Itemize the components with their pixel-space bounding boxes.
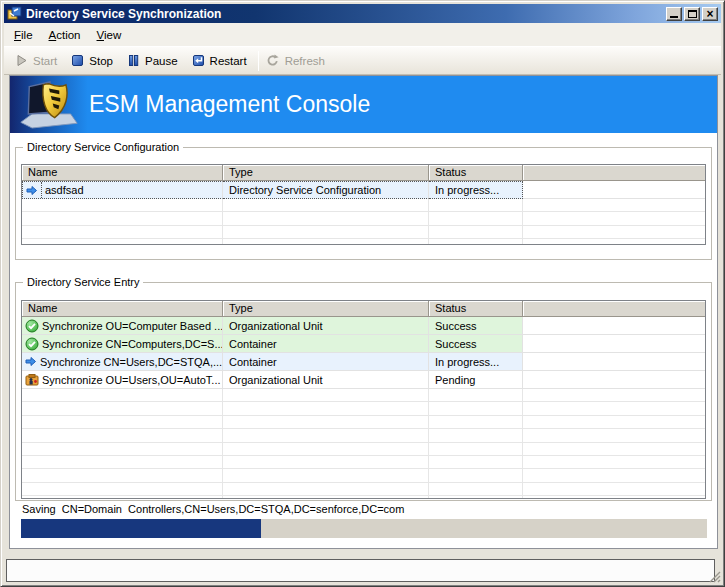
maximize-icon — [688, 10, 697, 18]
empty-row — [22, 402, 705, 415]
cell-extra — [523, 317, 705, 335]
main-panel: ESM Management Console Directory Service… — [9, 75, 718, 549]
column-header-name[interactable]: Name — [22, 301, 223, 316]
table-row[interactable]: Synchronize CN=Users,DC=STQA,...Containe… — [22, 353, 705, 371]
progress-bar — [21, 519, 707, 538]
pending-icon — [25, 373, 39, 386]
maximize-button[interactable] — [684, 7, 700, 21]
empty-row — [22, 496, 705, 499]
cell-status: In progress... — [429, 353, 523, 371]
cell-extra — [523, 353, 705, 371]
banner-title: ESM Management Console — [89, 91, 370, 118]
config-group-title: Directory Service Configuration — [23, 141, 183, 153]
arrow-right-icon — [26, 185, 38, 196]
table-row[interactable]: Synchronize OU=Computer Based ...Organiz… — [22, 317, 705, 335]
window-title: Directory Service Synchronization — [26, 7, 666, 21]
refresh-button[interactable]: Refresh — [261, 49, 334, 73]
statusbar — [6, 559, 715, 582]
empty-row — [22, 443, 705, 456]
cell-status: Success — [429, 317, 523, 335]
cell-name: Synchronize OU=Computer Based ... — [22, 317, 223, 335]
menu-action[interactable]: Action — [41, 26, 89, 44]
cell-status: In progress... — [429, 181, 523, 199]
empty-row — [22, 239, 705, 245]
menubar: File Action View — [4, 23, 721, 46]
column-header-type[interactable]: Type — [223, 301, 429, 316]
progress-status-text: Saving CN=Domain Controllers,CN=Users,DC… — [22, 503, 404, 515]
menu-file[interactable]: File — [6, 26, 41, 44]
toolbar-separator — [258, 51, 259, 71]
restart-icon — [192, 54, 205, 67]
resize-grip-icon[interactable] — [708, 570, 721, 583]
play-icon — [15, 54, 28, 67]
empty-row — [22, 416, 705, 429]
cell-type: Organizational Unit — [223, 371, 429, 389]
cell-name: Synchronize CN=Computers,DC=S... — [22, 335, 223, 353]
empty-row — [22, 483, 705, 496]
table-row[interactable]: asdfsadDirectory Service ConfigurationIn… — [22, 181, 705, 199]
table-row[interactable]: Synchronize OU=Users,OU=AutoT...Organiza… — [22, 371, 705, 389]
empty-row — [22, 199, 705, 212]
stop-button[interactable]: Stop — [66, 49, 122, 73]
entry-groupbox: Directory Service Entry Name Type Status… — [15, 282, 712, 501]
banner: ESM Management Console — [10, 76, 717, 133]
config-table-header: Name Type Status — [22, 165, 705, 181]
pause-button[interactable]: Pause — [122, 49, 187, 73]
cell-name: Synchronize OU=Users,OU=AutoT... — [22, 371, 223, 389]
column-header-extra[interactable] — [523, 165, 705, 180]
cell-type: Container — [223, 335, 429, 353]
empty-row — [22, 226, 705, 239]
empty-row — [22, 456, 705, 469]
cell-extra — [523, 335, 705, 353]
start-button[interactable]: Start — [10, 49, 66, 73]
close-button[interactable]: × — [702, 7, 718, 21]
table-row[interactable]: Synchronize CN=Computers,DC=S...Containe… — [22, 335, 705, 353]
esm-logo-icon — [18, 79, 80, 130]
minimize-icon — [670, 16, 678, 18]
column-header-status[interactable]: Status — [429, 165, 523, 180]
column-header-status[interactable]: Status — [429, 301, 523, 316]
empty-row — [22, 389, 705, 402]
entry-table: Name Type Status Synchronize OU=Computer… — [21, 300, 706, 499]
cell-name: asdfsad — [22, 181, 223, 199]
column-header-name[interactable]: Name — [22, 165, 223, 180]
cell-type: Directory Service Configuration — [223, 181, 429, 199]
cell-status: Success — [429, 335, 523, 353]
cell-name: Synchronize CN=Users,DC=STQA,... — [22, 353, 223, 371]
minimize-button[interactable] — [666, 7, 682, 21]
entry-table-header: Name Type Status — [22, 301, 705, 317]
app-icon — [7, 6, 22, 21]
stop-icon — [71, 54, 84, 67]
column-header-extra[interactable] — [523, 301, 705, 316]
config-table: Name Type Status asdfsadDirectory Servic… — [21, 164, 706, 245]
pause-icon — [127, 54, 140, 67]
app-window: Directory Service Synchronization × File… — [0, 0, 725, 587]
arrow-right-icon — [25, 356, 37, 367]
cell-extra — [523, 181, 705, 199]
titlebar: Directory Service Synchronization × — [4, 4, 721, 23]
menu-view[interactable]: View — [89, 26, 130, 44]
success-icon — [25, 319, 39, 333]
empty-row — [22, 212, 705, 225]
refresh-icon — [266, 54, 280, 67]
restart-button[interactable]: Restart — [187, 49, 256, 73]
column-header-type[interactable]: Type — [223, 165, 429, 180]
empty-row — [22, 469, 705, 482]
config-groupbox: Directory Service Configuration Name Typ… — [15, 147, 712, 260]
empty-row — [22, 429, 705, 442]
entry-group-title: Directory Service Entry — [23, 276, 143, 288]
cell-type: Organizational Unit — [223, 317, 429, 335]
progress-bar-fill — [21, 519, 261, 538]
close-icon: × — [706, 9, 713, 19]
cell-extra — [523, 371, 705, 389]
success-icon — [25, 337, 39, 351]
cell-type: Container — [223, 353, 429, 371]
toolbar: Start Stop Pause Restart — [4, 46, 721, 75]
cell-status: Pending — [429, 371, 523, 389]
